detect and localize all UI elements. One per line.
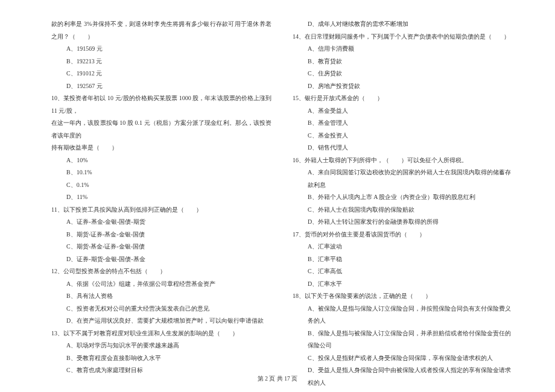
q9-opt-d: D、192567 元 bbox=[51, 80, 271, 93]
q11-opt-b: B、期货-证券-基金-金银-国债 bbox=[51, 229, 271, 241]
q12-opt-d: D、在资产运用状况良好、需要扩大规模增加资产时，可以向银行申请借款 bbox=[51, 315, 271, 327]
page-footer: 第 2 页 共 17 页 bbox=[0, 375, 555, 383]
q17-opt-a: A、汇率波动 bbox=[293, 241, 513, 253]
page-content: 款的利率是 3%并保持不变，则退休时李先生将拥有多少银行存款可用于退休养老之用？… bbox=[0, 0, 555, 389]
q12-opt-a: A、依据《公司法》组建，并依据公司章程经营基金资产 bbox=[51, 278, 271, 291]
q9-opt-a: A、191569 元 bbox=[51, 43, 271, 55]
q13-stem: 13、以下不属于对教育程度对职业生涯和人生发展的影响的是（ ） bbox=[51, 327, 271, 340]
left-column: 款的利率是 3%并保持不变，则退休时李先生将拥有多少银行存款可用于退休养老之用？… bbox=[51, 18, 271, 389]
q15-stem: 15、银行是开放式基金的（ ） bbox=[293, 92, 513, 105]
q11-stem: 11、以下投资工具按风险从高到低排列正确的是（ ） bbox=[51, 204, 271, 217]
right-column: D、成年人对继续教育的需求不断增加 14、在日常理财顾问服务中，下列属于个人资产… bbox=[293, 18, 513, 389]
q15-opt-c: C、基金投资人 bbox=[293, 130, 513, 142]
q18-opt-c: C、投保人是指财产或者人身受保险合同保障，享有保险金请求权的人 bbox=[293, 352, 513, 365]
q10-opt-c: C、0.1% bbox=[51, 179, 271, 192]
q14-opt-c: C、住房贷款 bbox=[293, 68, 513, 80]
q17-opt-c: C、汇率高低 bbox=[293, 265, 513, 278]
q14-opt-d: D、房地产投资贷款 bbox=[293, 80, 513, 93]
q13-opt-a: A、职场对学历与知识水平的要求越来越高 bbox=[51, 340, 271, 352]
q15-opt-d: D、销售代理人 bbox=[293, 142, 513, 154]
q16-opt-c: C、外籍人士在我国境内取得的保险赔款 bbox=[293, 204, 513, 217]
q18-stem: 18、以下关于各保险要素的说法，正确的是（ ） bbox=[293, 290, 513, 303]
q17-opt-d: D、汇率水平 bbox=[293, 278, 513, 291]
q12-opt-b: B、具有法人资格 bbox=[51, 290, 271, 303]
q10-stem-l1: 10、某投资者年初以 10 元/股的价格购买某股票 1000 股，年末该股票的价… bbox=[51, 92, 271, 117]
q16-opt-b: B、外籍个人从境内上市 A 股企业（内资企业）取得的股息红利 bbox=[293, 191, 513, 204]
q14-stem: 14、在日常理财顾问服务中，下列属于个人资产负债表中的短期负债的是（ ） bbox=[293, 31, 513, 43]
q9-tail: 款的利率是 3%并保持不变，则退休时李先生将拥有多少银行存款可用于退休养老之用？… bbox=[51, 18, 271, 43]
q16-stem: 16、外籍人士取得的下列所得中，（ ）可以免征个人所得税。 bbox=[293, 154, 513, 167]
q13-opt-b: B、受教育程度会直接影响收入水平 bbox=[51, 352, 271, 365]
q10-stem-l3: 持有期收益率是（ ） bbox=[51, 142, 271, 154]
q13-opt-d: D、成年人对继续教育的需求不断增加 bbox=[293, 18, 513, 31]
q9-opt-b: B、192213 元 bbox=[51, 55, 271, 68]
q14-opt-a: A、信用卡消费额 bbox=[293, 43, 513, 55]
q11-opt-d: D、证券-期货-金银-国债-基金 bbox=[51, 253, 271, 266]
q12-opt-c: C、投资者无权对公司的重大经营决策发表自己的意见 bbox=[51, 303, 271, 315]
q11-opt-a: A、证券-基金-金银-国债-期货 bbox=[51, 216, 271, 229]
q14-opt-b: B、教育贷款 bbox=[293, 55, 513, 68]
q11-opt-c: C、期货-基金-证券-金银-国债 bbox=[51, 241, 271, 253]
q17-stem: 17、货币的对外价值主要是看该国货币的（ ） bbox=[293, 229, 513, 241]
q10-opt-d: D、11% bbox=[51, 191, 271, 204]
q17-opt-b: B、汇率平稳 bbox=[293, 253, 513, 266]
q12-stem: 12、公司型投资基金的特点不包括（ ） bbox=[51, 265, 271, 278]
q10-opt-b: B、10.1% bbox=[51, 166, 271, 179]
q18-opt-b: B、保险人是指与被保险人订立保险合同，并承担赔偿或者给付保险金责任的保险公司 bbox=[293, 327, 513, 352]
q16-opt-d: D、外籍人士转让国家发行的金融债券取得的所得 bbox=[293, 216, 513, 229]
q9-opt-c: C、191012 元 bbox=[51, 68, 271, 80]
q15-opt-b: B、基金管理人 bbox=[293, 117, 513, 130]
q18-opt-a: A、被保险人是指与保险人订立保险合同，并按照保险合同负有支付保险费义务的人 bbox=[293, 303, 513, 327]
q16-opt-a: A、来自同我国签订双边税收协定的国家的外籍人士在我国境内取得的储蓄存款利息 bbox=[293, 166, 513, 191]
q10-stem-l2: 在这一年内，该股票按每 10 股 0.1 元（税后）方案分派了现金红利。那么，该… bbox=[51, 117, 271, 142]
q10-opt-a: A、10% bbox=[51, 154, 271, 167]
q15-opt-a: A、基金受益人 bbox=[293, 105, 513, 118]
